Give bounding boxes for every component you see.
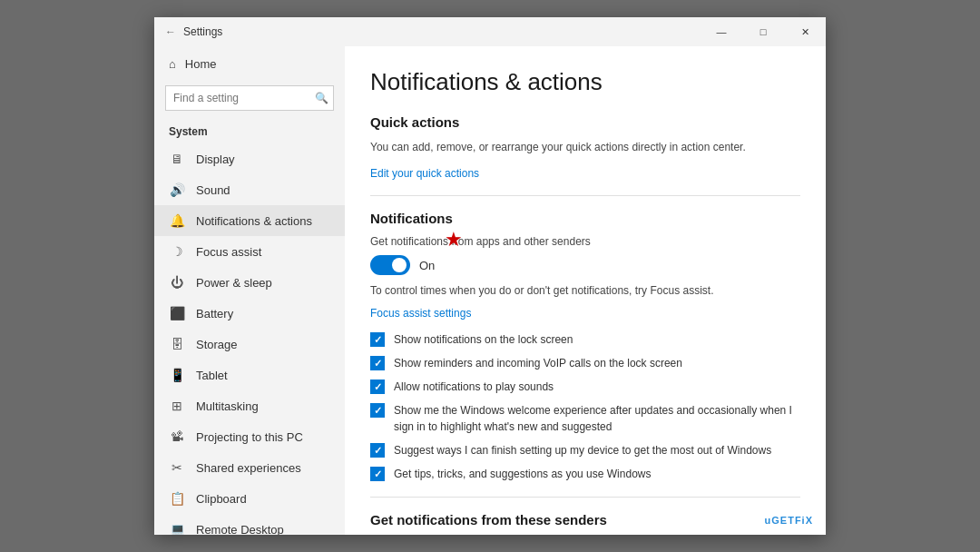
sidebar-item-notifications[interactable]: 🔔 Notifications & actions [154, 205, 345, 236]
checkbox-row-4: Suggest ways I can finish setting up my … [370, 442, 800, 458]
checkbox-row-5: Get tips, tricks, and suggestions as you… [370, 466, 800, 482]
notifications-icon: 🔔 [169, 213, 185, 228]
sidebar-item-label-shared: Shared experiences [196, 461, 301, 475]
quick-actions-title: Quick actions [370, 114, 800, 130]
checkbox-tips[interactable] [370, 467, 385, 481]
checkbox-sounds[interactable] [370, 380, 385, 394]
checkbox-label-3: Show me the Windows welcome experience a… [394, 402, 800, 435]
window-body: ⌂ Home 🔍 System 🖥 Display 🔊 Sound � [154, 46, 826, 535]
projecting-icon: 📽 [169, 429, 185, 444]
checkbox-label-2: Allow notifications to play sounds [394, 379, 554, 395]
notifications-toggle[interactable] [370, 255, 410, 275]
watermark: uGETFiX [765, 515, 813, 526]
sidebar-item-label-multitasking: Multitasking [196, 399, 259, 413]
settings-window: ← Settings — □ ✕ ⌂ Home 🔍 System [154, 17, 826, 535]
checkbox-voip[interactable] [370, 356, 385, 370]
focus-desc: To control times when you do or don't ge… [370, 282, 800, 299]
toggle-row: On [370, 255, 800, 275]
remote-icon: 💻 [169, 522, 185, 535]
notifications-section: Notifications Get notifications from app… [370, 211, 800, 482]
sound-icon: 🔊 [169, 182, 185, 197]
sidebar-item-tablet[interactable]: 📱 Tablet [154, 360, 345, 390]
quick-actions-desc: You can add, remove, or rearrange your q… [370, 139, 800, 155]
sidebar-item-display[interactable]: 🖥 Display [154, 143, 345, 174]
senders-title: Get notifications from these senders [370, 512, 800, 527]
title-bar: ← Settings — □ ✕ [154, 17, 826, 46]
focus-assist-link[interactable]: Focus assist settings [370, 307, 471, 320]
clipboard-icon: 📋 [169, 491, 185, 506]
power-icon: ⏻ [169, 275, 185, 290]
sidebar-item-label-battery: Battery [196, 307, 233, 320]
sidebar-item-sound[interactable]: 🔊 Sound [154, 174, 345, 205]
toggle-knob [392, 258, 407, 272]
checkbox-setup[interactable] [370, 443, 385, 458]
focus-icon: ☽ [169, 244, 185, 259]
checkbox-lock-screen[interactable] [370, 332, 385, 347]
checkbox-label-0: Show notifications on the lock screen [394, 331, 573, 348]
main-content: Notifications & actions Quick actions Yo… [345, 46, 826, 535]
get-notif-label: Get notifications from apps and other se… [370, 235, 800, 248]
maximize-button[interactable]: □ [742, 17, 784, 46]
page-title: Notifications & actions [370, 68, 800, 96]
checkbox-label-5: Get tips, tricks, and suggestions as you… [394, 466, 651, 482]
title-bar-left: ← Settings [165, 25, 222, 38]
display-icon: 🖥 [169, 152, 185, 166]
checkbox-row-2: Allow notifications to play sounds [370, 379, 800, 395]
checkboxes-container: Show notifications on the lock screen Sh… [370, 331, 800, 482]
sidebar-item-label-remote: Remote Desktop [196, 523, 284, 536]
minimize-button[interactable]: — [701, 17, 742, 46]
quick-actions-section: Quick actions You can add, remove, or re… [370, 114, 800, 181]
sidebar-item-clipboard[interactable]: 📋 Clipboard [154, 483, 345, 514]
checkbox-row-1: Show reminders and incoming VoIP calls o… [370, 355, 800, 371]
checkbox-label-1: Show reminders and incoming VoIP calls o… [394, 355, 682, 371]
search-input[interactable] [165, 85, 334, 111]
sidebar-item-label-storage: Storage [196, 338, 238, 351]
sidebar-item-projecting[interactable]: 📽 Projecting to this PC [154, 421, 345, 452]
sidebar-home-label: Home [185, 57, 217, 71]
notifications-title: Notifications [370, 211, 800, 226]
sidebar-item-label-notifications: Notifications & actions [196, 214, 312, 228]
desktop-background: ← Settings — □ ✕ ⌂ Home 🔍 System [0, 0, 980, 552]
divider-2 [370, 497, 800, 498]
checkbox-label-4: Suggest ways I can finish setting up my … [394, 442, 771, 458]
checkbox-row-3: Show me the Windows welcome experience a… [370, 402, 800, 435]
multitasking-icon: ⊞ [169, 399, 185, 413]
back-icon[interactable]: ← [165, 25, 176, 38]
sidebar-item-label-sound: Sound [196, 183, 230, 197]
sidebar: ⌂ Home 🔍 System 🖥 Display 🔊 Sound � [154, 46, 345, 535]
search-icon[interactable]: 🔍 [312, 89, 330, 107]
sidebar-item-label-focus: Focus assist [196, 245, 261, 259]
tablet-icon: 📱 [169, 368, 185, 382]
toggle-label: On [419, 259, 435, 272]
window-title: Settings [183, 25, 222, 38]
window-controls: — □ ✕ [701, 17, 826, 46]
system-section-label: System [154, 120, 345, 143]
checkbox-welcome[interactable] [370, 403, 385, 418]
sidebar-item-shared[interactable]: ✂ Shared experiences [154, 452, 345, 483]
home-icon: ⌂ [169, 57, 176, 71]
sidebar-item-label-display: Display [196, 153, 235, 166]
sidebar-item-label-clipboard: Clipboard [196, 492, 247, 506]
divider-1 [370, 195, 800, 196]
shared-icon: ✂ [169, 460, 185, 475]
sidebar-item-label-power: Power & sleep [196, 276, 272, 290]
senders-section: Get notifications from these senders Sel… [370, 512, 800, 535]
search-box: 🔍 [165, 85, 334, 111]
sidebar-item-focus[interactable]: ☽ Focus assist [154, 236, 345, 267]
close-button[interactable]: ✕ [784, 17, 826, 46]
sidebar-item-label-projecting: Projecting to this PC [196, 430, 303, 444]
sidebar-item-battery[interactable]: ⬛ Battery [154, 298, 345, 329]
edit-quick-actions-link[interactable]: Edit your quick actions [370, 167, 479, 180]
sidebar-item-storage[interactable]: 🗄 Storage [154, 329, 345, 360]
storage-icon: 🗄 [169, 337, 185, 351]
checkbox-row-0: Show notifications on the lock screen [370, 331, 800, 348]
sidebar-item-power[interactable]: ⏻ Power & sleep [154, 267, 345, 298]
sidebar-item-multitasking[interactable]: ⊞ Multitasking [154, 390, 345, 421]
sidebar-item-home[interactable]: ⌂ Home [154, 46, 345, 82]
battery-icon: ⬛ [169, 306, 185, 320]
sidebar-item-label-tablet: Tablet [196, 369, 228, 382]
sidebar-item-remote[interactable]: 💻 Remote Desktop [154, 514, 345, 535]
